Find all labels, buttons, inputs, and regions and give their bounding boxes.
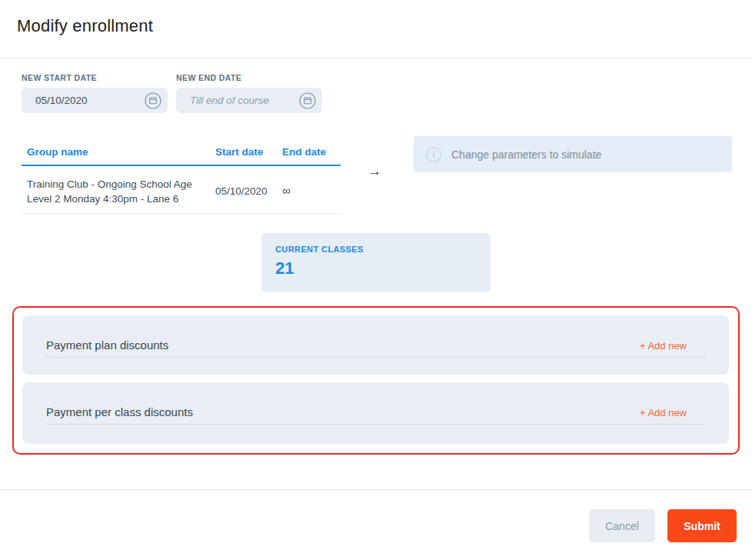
new-start-date-field: [22, 88, 168, 113]
panel-title-underline: [46, 357, 705, 358]
new-end-date-field: [176, 88, 322, 113]
payment-plan-discounts-panel: Payment plan discounts + Add new: [22, 315, 729, 375]
cancel-button[interactable]: Cancel: [589, 509, 655, 542]
table-header-underline: [22, 165, 341, 166]
arrow-right-icon: →: [368, 164, 381, 179]
new-start-date-label: NEW START DATE: [22, 73, 97, 82]
infinity-icon: ∞: [282, 184, 291, 197]
table-row-group-name: Training Club - Ongoing School Age Level…: [27, 178, 210, 206]
submit-button[interactable]: Submit: [667, 509, 737, 542]
modify-enrollment-dialog: Modify enrollment NEW START DATE NEW END…: [0, 0, 752, 560]
current-classes-card: CURRENT CLASSES 21: [261, 233, 491, 292]
simulation-message: Change parameters to simulate: [451, 148, 601, 161]
column-header-start-date: Start date: [215, 146, 263, 158]
payment-plan-discounts-title: Payment plan discounts: [46, 338, 168, 352]
current-classes-label: CURRENT CLASSES: [275, 245, 364, 254]
page-title: Modify enrollment: [17, 16, 153, 36]
column-header-group-name: Group name: [27, 146, 88, 158]
current-classes-value: 21: [275, 258, 294, 278]
calendar-icon[interactable]: [145, 92, 161, 109]
column-header-end-date: End date: [282, 146, 326, 158]
info-icon: i: [426, 147, 441, 162]
payment-per-class-discounts-title: Payment per class discounts: [46, 405, 193, 418]
panel-title-underline: [46, 424, 705, 425]
footer-divider: [0, 489, 752, 490]
add-new-payment-per-class-discount-link[interactable]: + Add new: [640, 407, 687, 418]
table-row-start-date: 05/10/2020: [215, 185, 268, 197]
table-row-divider: [22, 213, 341, 214]
simulation-info-banner: i Change parameters to simulate: [414, 136, 732, 172]
payment-per-class-discounts-panel: Payment per class discounts + Add new: [22, 382, 729, 444]
new-end-date-label: NEW END DATE: [176, 73, 241, 82]
add-new-payment-plan-discount-link[interactable]: + Add new: [640, 340, 687, 352]
header-divider: [0, 58, 752, 58]
calendar-icon[interactable]: [299, 92, 316, 109]
